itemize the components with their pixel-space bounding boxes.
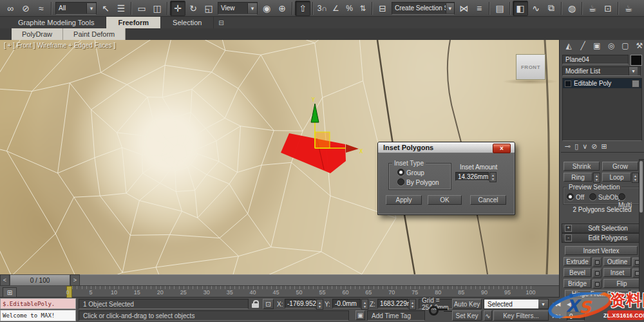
remove-modifier-icon[interactable]: ⊘	[591, 142, 597, 151]
spin-down-icon[interactable]: ▾	[596, 178, 598, 182]
align-icon[interactable]: ≡	[471, 1, 487, 16]
x-coord-field[interactable]: -1769.952	[285, 299, 316, 308]
select-and-rotate-icon[interactable]: ↻	[185, 1, 201, 16]
select-and-scale-icon[interactable]: ◱	[201, 1, 216, 16]
inset-button[interactable]: Inset	[603, 268, 631, 277]
tab-graphite-modeling-tools[interactable]: Graphite Modeling Tools	[0, 17, 106, 28]
selection-lock-icon[interactable]	[252, 300, 259, 308]
insert-vertex-button[interactable]: Insert Vertex	[565, 246, 638, 255]
tab-polydraw[interactable]: PolyDraw	[12, 28, 63, 40]
window-crossing-icon[interactable]: ◫	[149, 1, 165, 16]
tab-selection[interactable]: Selection	[161, 17, 214, 28]
object-color-swatch[interactable]	[630, 55, 642, 66]
z-spinner[interactable]: ▴▾	[409, 299, 416, 310]
render-production-icon[interactable]: ☕	[621, 1, 636, 16]
time-slider-next-button[interactable]: >	[70, 274, 80, 286]
extrude-settings-button[interactable]	[592, 258, 601, 267]
bevel-button[interactable]: Bevel	[564, 268, 591, 277]
cancel-button[interactable]: Cancel	[470, 195, 506, 205]
chevron-down-icon[interactable]: ▾	[629, 67, 638, 75]
reference-coordinate-dropdown[interactable]: View ▾	[218, 2, 258, 15]
y-coord-field[interactable]: -0.0mm	[332, 299, 361, 308]
edit-polygons-rollout[interactable]: - Edit Polygons	[562, 233, 644, 243]
selection-filter-dropdown[interactable]: All ▾	[55, 2, 97, 15]
stack-item-editable-poly[interactable]: Editable Poly	[563, 79, 641, 88]
add-time-tag[interactable]: Add Time Tag	[367, 310, 425, 321]
time-slider-handle[interactable]: 0 / 100	[10, 274, 70, 286]
make-unique-icon[interactable]: ∨	[582, 142, 587, 151]
shrink-button[interactable]: Shrink	[564, 162, 600, 171]
spin-down-icon[interactable]: ▾	[634, 178, 636, 182]
x-spinner[interactable]: ▴▾	[316, 299, 323, 310]
edit-named-sets-icon[interactable]: ⊟	[375, 1, 390, 16]
modify-tab-icon[interactable]: ╱	[578, 41, 588, 53]
select-and-manipulate-icon[interactable]: ⊕	[274, 1, 290, 16]
rect-selection-region-icon[interactable]: ▭	[134, 1, 149, 16]
material-editor-icon[interactable]: ◍	[564, 1, 580, 16]
named-selection-set-dropdown[interactable]: Create Selection Se ▾	[392, 2, 455, 15]
tab-freeform[interactable]: Freeform	[106, 17, 161, 28]
expand-icon[interactable]: +	[565, 225, 572, 232]
object-name-field[interactable]: Plane04	[562, 55, 629, 64]
viewcube[interactable]: FRONT	[516, 54, 545, 80]
chevron-down-icon[interactable]: ▾	[247, 3, 257, 14]
curve-editor-icon[interactable]: ∿	[528, 1, 544, 16]
layer-manager-icon[interactable]: ▤	[492, 1, 507, 16]
spinner-snap-icon[interactable]: ⇅	[356, 1, 370, 16]
z-coord-field[interactable]: 1683.229m	[377, 299, 408, 308]
chevron-down-icon[interactable]: ▾	[446, 3, 454, 14]
set-key-button[interactable]: Set Key	[452, 310, 482, 321]
viewport-label[interactable]: [ + ] Front ] Wireframe + Edged Faces ]	[4, 42, 115, 49]
show-end-result-icon[interactable]: ▯	[574, 142, 578, 151]
y-spinner[interactable]: ▴▾	[361, 299, 368, 310]
ring-button[interactable]: Ring	[564, 173, 592, 182]
default-tangent-icon[interactable]: ∿	[484, 310, 492, 321]
mini-curve-editor-icon[interactable]: ⊞	[3, 287, 17, 298]
spin-down-icon[interactable]: ▾	[492, 177, 494, 181]
rendered-frame-icon[interactable]: ⊡	[600, 1, 616, 16]
panel-scrollbar[interactable]	[639, 159, 644, 297]
tab-paint-deform[interactable]: Paint Deform	[63, 28, 126, 40]
create-tab-icon[interactable]: ◭	[564, 41, 574, 53]
grow-button[interactable]: Grow	[602, 162, 638, 171]
dialog-close-button[interactable]: ×	[493, 144, 511, 153]
preview-subobj-radio[interactable]: SubObj	[589, 193, 620, 201]
display-tab-icon[interactable]: ▢	[620, 41, 630, 53]
percent-snap-icon[interactable]: %	[343, 1, 356, 16]
select-and-link-icon[interactable]: ∞	[3, 1, 18, 16]
selection-set-keying-dropdown[interactable]: Selected▾	[484, 299, 549, 309]
select-and-move-icon[interactable]: ✛	[170, 1, 185, 16]
mirror-icon[interactable]: ⋈	[456, 1, 471, 16]
collapse-icon[interactable]: -	[565, 234, 572, 242]
gizmo-xy-plane-handle[interactable]	[315, 132, 330, 148]
motion-tab-icon[interactable]: ◎	[606, 41, 616, 53]
ring-spinner[interactable]: ▴▾	[593, 173, 600, 183]
maxscript-listener-line2[interactable]: Welcome to MAX!	[0, 310, 76, 321]
select-object-icon[interactable]: ↖	[98, 1, 113, 16]
chevron-down-icon[interactable]: ▾	[86, 3, 96, 14]
unlink-selection-icon[interactable]: ⊘	[18, 1, 33, 16]
schematic-view-icon[interactable]: ⧉	[544, 1, 559, 16]
preview-off-radio[interactable]: Off	[567, 193, 584, 201]
loop-spinner[interactable]: ▴▾	[632, 173, 639, 183]
bind-to-space-warp-icon[interactable]: ≈	[33, 1, 49, 16]
inset-amount-spinner[interactable]: ▴▾	[489, 172, 497, 182]
extrude-button[interactable]: Extrude	[564, 257, 591, 266]
ok-button[interactable]: OK	[428, 195, 462, 205]
isolate-toggle-icon[interactable]: ▣	[355, 310, 365, 320]
bevel-settings-button[interactable]	[592, 269, 601, 278]
snaps-toggle-icon[interactable]: 3∩	[316, 1, 329, 16]
select-by-name-icon[interactable]: ☰	[113, 1, 129, 16]
abs-offset-toggle-icon[interactable]: ⊡	[263, 299, 274, 309]
track-bar[interactable]: ⊞ 05101520253035404550556065707580859095…	[0, 286, 559, 298]
visibility-bulb-icon[interactable]	[632, 80, 639, 88]
angle-snap-icon[interactable]: ∠	[329, 1, 343, 16]
outline-button[interactable]: Outline	[603, 257, 631, 266]
by-polygon-radio[interactable]: By Polygon	[397, 178, 439, 186]
modifier-list-dropdown[interactable]: Modifier List ▾	[562, 66, 641, 76]
apply-button[interactable]: Apply	[386, 195, 422, 205]
key-filters-button[interactable]: Key Filters...	[493, 310, 549, 321]
loop-button[interactable]: Loop	[602, 173, 631, 182]
gizmo-y-arrowhead[interactable]	[311, 104, 319, 122]
group-radio[interactable]: Group	[397, 169, 424, 176]
